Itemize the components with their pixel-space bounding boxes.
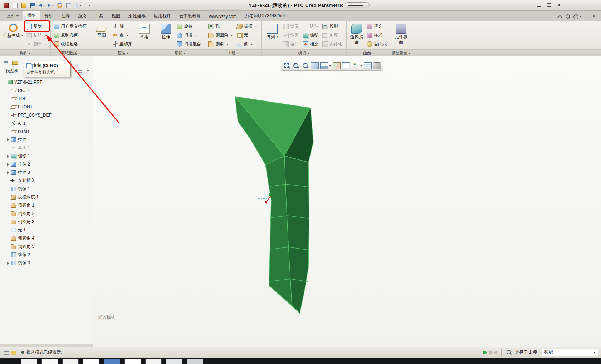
tree-item-FRONT[interactable]: FRONT [0,103,93,111]
button-倒圆角[interactable]: 倒圆角 [207,31,235,40]
button-轴[interactable]: 轴 [111,22,135,31]
tree-item-镜像 2[interactable]: 镜像 2 [0,251,93,259]
taskbar-window-button[interactable] [62,359,79,364]
tree-item-镜像 3[interactable]: 镜像 3 [0,259,93,267]
regenerate-small-button[interactable] [56,1,64,9]
button-草绘[interactable]: 草绘 [135,22,153,49]
annotation-display-button[interactable] [363,62,372,70]
tree-item-倒圆角 1[interactable]: 倒圆角 1 [0,201,93,210]
expand-icon[interactable] [6,171,11,175]
taskbar-window-button[interactable] [145,359,162,364]
collapse-ribbon-button[interactable] [557,14,563,19]
folder-browser-icon[interactable] [11,59,19,65]
group-label-获取数据[interactable]: 获取数据 [51,50,91,56]
status-tree-toggle-icon[interactable] [3,349,10,356]
3d-model[interactable] [215,85,336,336]
button-边界混合[interactable]: 边界混合 [348,22,365,49]
taskbar-window-button[interactable] [21,359,37,364]
redo-button[interactable] [47,1,55,9]
zoom-region-button[interactable] [283,62,291,70]
arrange-button[interactable] [74,1,82,9]
tab-文件[interactable]: 文件 [3,11,23,21]
new-file-button[interactable] [11,1,19,9]
zoom-in-button[interactable]: + [292,62,300,70]
button-复制几何[interactable]: 复制几何 [53,31,89,40]
datum-display-button[interactable] [351,62,363,70]
button-修剪[interactable]: 修剪 [282,31,301,40]
expand-icon[interactable] [6,154,11,158]
tree-item-A_1[interactable]: A_1 [0,119,93,127]
group-label-模型意图[interactable]: 模型意图 [391,50,411,56]
button-拉伸[interactable]: 拉伸 [157,22,175,49]
open-file-button[interactable] [20,1,28,9]
button-用户定义特征[interactable]: 用户定义特征 [53,22,89,31]
display-style-button[interactable] [320,62,332,70]
taskbar-window-button[interactable] [124,359,141,364]
button-自由式[interactable]: 自由式 [366,40,389,49]
tree-item-拔模斜度 1[interactable]: 拔模斜度 1 [0,193,93,201]
tab-渲染[interactable]: 渲染 [74,11,91,21]
tab-www.yzfjy.com[interactable]: www.yzfjy.com [205,13,241,21]
button-样式[interactable]: 样式 [366,31,389,40]
button-倒角[interactable]: 倒角 [207,40,235,49]
customize-button[interactable] [83,1,91,9]
group-label-编辑[interactable]: 编辑 [262,50,346,56]
button-延伸[interactable]: 延伸 [302,22,321,31]
button-平面[interactable]: 平面 [93,22,111,49]
button-镜像[interactable]: 镜像 [282,22,301,31]
saved-orientations-button[interactable] [342,62,350,70]
tree-item-拉伸 3[interactable]: 拉伸 3 [0,168,93,177]
button-扫描混合[interactable]: 扫描混合 [176,40,203,49]
button-填充[interactable]: 填充 [366,22,389,31]
section-button[interactable] [332,62,341,70]
expand-icon[interactable] [6,162,11,167]
refit-button[interactable] [311,62,319,70]
utilities-button[interactable] [373,62,381,70]
maximize-button[interactable] [545,1,552,8]
button-扫描[interactable]: 扫描 [176,31,203,40]
minimize-button[interactable] [535,1,542,8]
titlebar-slider[interactable] [345,2,370,8]
group-label-操作[interactable]: 操作 [0,50,50,56]
taskbar-window-button[interactable] [83,359,99,364]
group-label-曲面[interactable]: 曲面 [347,50,391,56]
tab-万老师QQ734482554[interactable]: 万老师QQ734482554 [241,11,290,21]
tab-柔性建模[interactable]: 柔性建模 [124,11,150,21]
button-相交[interactable]: 相交 [302,40,321,49]
find-button[interactable] [565,14,571,19]
expand-icon[interactable] [6,261,11,265]
zoom-out-button[interactable]: − [301,62,310,70]
button-复制[interactable]: 复制 [25,22,49,31]
tree-item-倒圆角 4[interactable]: 倒圆角 4 [0,234,93,242]
group-label-工程[interactable]: 工程 [205,50,261,56]
taskbar-window-button[interactable] [166,359,182,364]
selection-filter-combo[interactable]: 智能 [542,349,598,356]
taskbar-window-button[interactable] [187,359,203,364]
group-label-基准[interactable]: 基准 [91,50,155,56]
tree-item-拉伸 1[interactable]: 拉伸 1 [0,136,93,144]
button-壳[interactable]: 壳 [236,31,259,40]
tree-item-在此插入[interactable]: 在此插入 [0,177,93,185]
tree-item-壳 1[interactable]: 壳 1 [0,226,93,234]
button-偏移[interactable]: 偏移 [302,31,321,40]
tree-item-倒圆角 3[interactable]: 倒圆角 3 [0,218,93,226]
tree-settings-icon[interactable] [77,68,84,74]
tab-注释[interactable]: 注释 [57,11,74,21]
tree-item-镜像 1[interactable]: 镜像 1 [0,185,93,193]
app-menu-button[interactable] [2,1,10,9]
undo-button[interactable] [38,1,46,9]
graphics-viewport[interactable]: +− [93,56,601,347]
button-拔模[interactable]: 拔模 [236,22,259,31]
tree-item-拉伸 2[interactable]: 拉伸 2 [0,160,93,168]
expand-icon[interactable] [6,138,11,142]
taskbar-window-button[interactable] [104,359,120,364]
status-browser-icon[interactable] [10,349,17,356]
button-阵列[interactable]: 阵列 [263,22,281,49]
button-旋转[interactable]: 旋转 [176,22,203,31]
tree-item-RIGHT[interactable]: RIGHT [0,86,93,94]
close-window-button[interactable] [592,14,597,19]
button-投影[interactable]: 投影 [321,22,345,31]
button-粘贴[interactable]: 粘贴 [25,31,49,40]
command-search-button[interactable] [573,14,582,19]
search-tool-icon[interactable] [505,349,513,356]
